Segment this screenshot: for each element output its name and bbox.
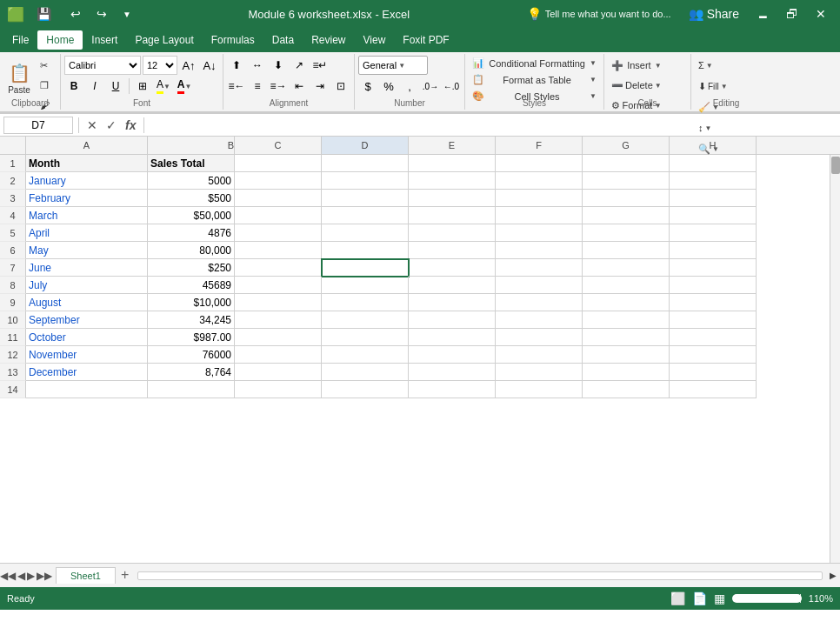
sheet-tab-sheet1[interactable]: Sheet1 (56, 567, 116, 584)
decrease-indent-button[interactable]: ⇤ (290, 77, 309, 96)
cell-g2[interactable] (583, 172, 670, 190)
cell-b7[interactable]: $250 (148, 259, 235, 277)
cell-h11[interactable] (670, 329, 757, 346)
cell-a6[interactable]: May (26, 242, 148, 259)
row-number[interactable]: 14 (0, 381, 26, 398)
italic-button[interactable]: I (85, 77, 104, 96)
cell-f11[interactable] (496, 329, 583, 346)
cell-f3[interactable] (496, 190, 583, 207)
col-header-a[interactable]: A (26, 137, 148, 154)
cell-g11[interactable] (583, 329, 670, 346)
cell-a3[interactable]: February (26, 190, 148, 207)
cell-d10[interactable] (322, 311, 409, 329)
cell-g8[interactable] (583, 277, 670, 294)
cell-f9[interactable] (496, 294, 583, 311)
menu-review[interactable]: Review (303, 30, 354, 50)
menu-home[interactable]: Home (37, 30, 83, 50)
cell-e12[interactable] (409, 346, 496, 364)
menu-file[interactable]: File (3, 30, 37, 50)
cell-b13[interactable]: 8,764 (148, 364, 235, 381)
cell-a10[interactable]: September (26, 311, 148, 329)
cell-a2[interactable]: January (26, 172, 148, 190)
row-number[interactable]: 9 (0, 294, 26, 311)
add-sheet-button[interactable]: + (116, 567, 134, 583)
restore-button[interactable]: 🗗 (779, 5, 805, 23)
cell-h13[interactable] (670, 364, 757, 381)
row-number[interactable]: 10 (0, 311, 26, 329)
cell-d12[interactable] (322, 346, 409, 364)
col-header-f[interactable]: F (496, 137, 583, 154)
row-number[interactable]: 8 (0, 277, 26, 294)
cell-g9[interactable] (583, 294, 670, 311)
row-number[interactable]: 5 (0, 224, 26, 242)
cell-a1[interactable]: Month (26, 155, 148, 172)
cell-h10[interactable] (670, 311, 757, 329)
cell-b4[interactable]: $50,000 (148, 207, 235, 224)
cell-b2[interactable]: 5000 (148, 172, 235, 190)
cancel-formula-button[interactable]: ✕ (84, 118, 100, 132)
cell-f6[interactable] (496, 242, 583, 259)
cell-e7[interactable] (409, 259, 496, 277)
col-header-g[interactable]: G (583, 137, 670, 154)
cell-b8[interactable]: 45689 (148, 277, 235, 294)
page-layout-view-button[interactable]: 📄 (692, 591, 707, 605)
cell-g3[interactable] (583, 190, 670, 207)
cell-g13[interactable] (583, 364, 670, 381)
cell-c8[interactable] (235, 277, 322, 294)
cell-g10[interactable] (583, 311, 670, 329)
align-center-button[interactable]: ≡ (248, 77, 267, 96)
row-number[interactable]: 2 (0, 172, 26, 190)
col-header-b[interactable]: B (148, 137, 235, 154)
cell-f4[interactable] (496, 207, 583, 224)
cell-b6[interactable]: 80,000 (148, 242, 235, 259)
cell-d8[interactable] (322, 277, 409, 294)
cell-a7[interactable]: June (26, 259, 148, 277)
find-select-button[interactable]: 🔍 ▼ (695, 139, 723, 158)
cell-a12[interactable]: November (26, 346, 148, 364)
paste-button[interactable]: 📋 Paste (3, 56, 35, 101)
col-header-c[interactable]: C (235, 137, 322, 154)
fill-color-arrow[interactable]: ▼ (163, 83, 170, 90)
align-right-button[interactable]: ≡→ (269, 77, 288, 96)
col-header-e[interactable]: E (409, 137, 496, 154)
cell-e1[interactable] (409, 155, 496, 172)
name-box[interactable] (3, 117, 73, 134)
menu-data[interactable]: Data (263, 30, 303, 50)
cell-a14[interactable] (26, 381, 148, 398)
fx-button[interactable]: fx (123, 118, 138, 132)
autosum-button[interactable]: Σ ▼ (695, 56, 717, 75)
format-as-table-button[interactable]: 📋 Format as Table ▼ (469, 72, 600, 87)
cell-d2[interactable] (322, 172, 409, 190)
cell-g5[interactable] (583, 224, 670, 242)
row-number[interactable]: 7 (0, 259, 26, 277)
minimize-button[interactable]: 🗕 (750, 5, 776, 23)
row-number[interactable]: 12 (0, 346, 26, 364)
cell-g7[interactable] (583, 259, 670, 277)
cell-e8[interactable] (409, 277, 496, 294)
cell-a13[interactable]: December (26, 364, 148, 381)
currency-button[interactable]: $ (358, 77, 377, 96)
redo-button[interactable]: ↪ (90, 5, 114, 23)
cell-d4[interactable] (322, 207, 409, 224)
cell-c14[interactable] (235, 381, 322, 398)
cell-a11[interactable]: October (26, 329, 148, 346)
cell-c2[interactable] (235, 172, 322, 190)
cell-c7[interactable] (235, 259, 322, 277)
cell-d13[interactable] (322, 364, 409, 381)
align-left-button[interactable]: ≡← (227, 77, 246, 96)
cell-b10[interactable]: 34,245 (148, 311, 235, 329)
row-number[interactable]: 1 (0, 155, 26, 172)
cell-b14[interactable] (148, 381, 235, 398)
menu-view[interactable]: View (355, 30, 395, 50)
cell-a8[interactable]: July (26, 277, 148, 294)
sheet-next-button[interactable]: ▶ (27, 570, 35, 582)
cell-f10[interactable] (496, 311, 583, 329)
cell-e9[interactable] (409, 294, 496, 311)
comma-button[interactable]: , (400, 77, 419, 96)
cell-d9[interactable] (322, 294, 409, 311)
cell-c9[interactable] (235, 294, 322, 311)
cell-c1[interactable] (235, 155, 322, 172)
sheet-first-button[interactable]: ◀◀ (0, 570, 16, 582)
align-bottom-button[interactable]: ⬇ (269, 56, 288, 75)
cell-f1[interactable] (496, 155, 583, 172)
